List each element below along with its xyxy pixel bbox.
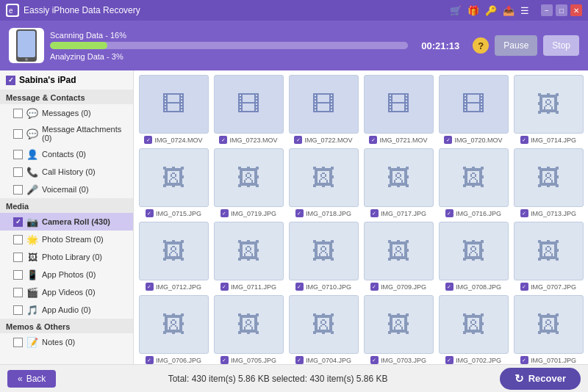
thumbnail-item[interactable]: 🎞✓IMG_0721.MOV	[363, 75, 434, 144]
thumbnail-item[interactable]: 🎞✓IMG_0720.MOV	[438, 75, 509, 144]
thumbnail-item[interactable]: 🖼✓IMG_0719.JPG	[213, 148, 284, 217]
image-icon: 🖼	[237, 238, 260, 265]
gift-icon[interactable]: 🎁	[467, 5, 479, 16]
thumbnail-checkbox[interactable]: ✓	[520, 356, 528, 364]
thumbnail-item[interactable]: 🖼✓IMG_0711.JPG	[213, 222, 284, 291]
thumbnail-checkbox[interactable]: ✓	[295, 209, 304, 217]
thumbnail-item[interactable]: 🖼✓IMG_0707.JPG	[513, 222, 584, 291]
thumbnail-item[interactable]: 🎞✓IMG_0723.MOV	[213, 75, 284, 144]
sidebar-item[interactable]: 💬Messages (0)	[0, 104, 133, 122]
thumbnail-checkbox[interactable]: ✓	[146, 283, 154, 291]
thumbnail-checkbox[interactable]: ✓	[370, 283, 379, 291]
thumbnail-item[interactable]: 🖼✓IMG_0716.JPG	[438, 148, 509, 217]
menu-icon[interactable]: ☰	[520, 5, 529, 16]
thumbnail-label-row: ✓IMG_0702.JPG	[445, 356, 501, 364]
sidebar-item[interactable]: 🎵App Audio (0)	[0, 301, 133, 319]
thumbnail-label-row: ✓IMG_0713.JPG	[520, 209, 576, 217]
thumbnail-checkbox[interactable]: ✓	[445, 209, 453, 217]
sidebar-checkbox[interactable]	[13, 150, 23, 159]
sidebar-item[interactable]: 🖼Photo Library (0)	[0, 248, 133, 266]
thumbnail-checkbox[interactable]: ✓	[295, 283, 304, 291]
thumbnail-item[interactable]: 🖼✓IMG_0712.JPG	[138, 222, 209, 291]
thumbnail-item[interactable]: 🖼✓IMG_0714.JPG	[513, 75, 584, 144]
recover-button[interactable]: ↻ Recover	[500, 368, 581, 390]
pause-button[interactable]: Pause	[495, 35, 537, 56]
sidebar-item-label: Voicemail (0)	[42, 185, 89, 194]
share-icon[interactable]: 📤	[503, 5, 514, 16]
sidebar-item[interactable]: 👤Contacts (0)	[0, 145, 133, 163]
stop-button[interactable]: Stop	[543, 35, 579, 56]
image-icon: 🖼	[537, 164, 560, 192]
close-button[interactable]: ✕	[570, 4, 582, 16]
thumbnail-item[interactable]: 🖼✓IMG_0701.JPG	[513, 295, 584, 364]
sidebar-checkbox[interactable]	[13, 253, 23, 262]
thumbnail-label-row: ✓IMG_0716.JPG	[445, 209, 501, 217]
thumbnail-checkbox[interactable]: ✓	[445, 283, 453, 291]
thumbnail-checkbox[interactable]: ✓	[220, 356, 229, 364]
sidebar-checkbox[interactable]: ✓	[13, 217, 23, 227]
thumbnail-item[interactable]: 🖼✓IMG_0710.JPG	[288, 222, 359, 291]
thumbnail-checkbox[interactable]: ✓	[520, 209, 528, 217]
thumbnail-checkbox[interactable]: ✓	[295, 356, 304, 364]
thumbnail-item[interactable]: 🖼✓IMG_0708.JPG	[438, 222, 509, 291]
image-icon: 🖼	[462, 164, 485, 192]
sidebar-item[interactable]: ✓📷Camera Roll (430)	[0, 213, 133, 231]
sidebar-item[interactable]: 🎬App Videos (0)	[0, 283, 133, 301]
thumbnail-item[interactable]: 🖼✓IMG_0706.JPG	[138, 295, 209, 364]
thumbnail-box: 🖼	[364, 295, 434, 354]
key-icon[interactable]: 🔑	[485, 5, 497, 16]
thumbnail-item[interactable]: 🖼✓IMG_0703.JPG	[363, 295, 434, 364]
device-item[interactable]: ✓ Sabina's iPad	[0, 70, 133, 90]
thumbnail-item[interactable]: 🖼✓IMG_0717.JPG	[363, 148, 434, 217]
sidebar-item[interactable]: 📝Notes (0)	[0, 333, 133, 351]
sidebar-checkbox[interactable]	[13, 305, 23, 315]
sidebar-checkbox[interactable]	[13, 185, 23, 195]
sidebar-checkbox[interactable]	[13, 129, 23, 139]
sidebar-item[interactable]: 📱App Photos (0)	[0, 266, 133, 283]
thumbnail-checkbox[interactable]: ✓	[445, 356, 453, 364]
thumbnail-item[interactable]: 🖼✓IMG_0702.JPG	[438, 295, 509, 364]
sidebar-checkbox[interactable]	[13, 338, 23, 347]
thumbnail-checkbox[interactable]: ✓	[146, 209, 154, 217]
thumbnail-checkbox[interactable]: ✓	[144, 136, 152, 144]
thumbnail-checkbox[interactable]: ✓	[520, 283, 528, 291]
window-icons: 🛒 🎁 🔑 📤 ☰	[450, 5, 529, 16]
thumbnail-checkbox[interactable]: ✓	[220, 209, 229, 217]
back-button[interactable]: « Back	[7, 370, 56, 388]
thumbnail-checkbox[interactable]: ✓	[220, 283, 229, 291]
minimize-button[interactable]: −	[541, 4, 553, 16]
device-checkbox[interactable]: ✓	[6, 76, 15, 85]
thumbnail-item[interactable]: 🖼✓IMG_0705.JPG	[213, 295, 284, 364]
thumbnail-checkbox[interactable]: ✓	[370, 356, 379, 364]
sidebar-item[interactable]: 🎤Voicemail (0)	[0, 181, 133, 198]
thumbnail-filename: IMG_0711.JPG	[231, 283, 276, 291]
cart-icon[interactable]: 🛒	[450, 5, 462, 16]
thumbnail-box: 🎞	[439, 75, 509, 134]
thumbnail-item[interactable]: 🎞✓IMG_0722.MOV	[288, 75, 359, 144]
sidebar-checkbox[interactable]	[13, 235, 23, 244]
thumbnail-item[interactable]: 🖼✓IMG_0713.JPG	[513, 148, 584, 217]
thumbnail-checkbox[interactable]: ✓	[444, 136, 452, 144]
sidebar-item-label: Messages (0)	[42, 109, 91, 117]
thumbnail-checkbox[interactable]: ✓	[370, 209, 379, 217]
thumbnail-checkbox[interactable]: ✓	[219, 136, 227, 144]
sidebar-checkbox[interactable]	[13, 109, 23, 118]
thumbnail-item[interactable]: 🖼✓IMG_0704.JPG	[288, 295, 359, 364]
sidebar-checkbox[interactable]	[13, 167, 23, 177]
thumbnail-label-row: ✓IMG_0714.JPG	[520, 136, 576, 144]
thumbnail-item[interactable]: 🖼✓IMG_0718.JPG	[288, 148, 359, 217]
thumbnail-item[interactable]: 🖼✓IMG_0709.JPG	[363, 222, 434, 291]
thumbnail-checkbox[interactable]: ✓	[294, 136, 302, 144]
help-button[interactable]: ?	[473, 37, 489, 54]
thumbnail-checkbox[interactable]: ✓	[520, 136, 528, 144]
sidebar-item[interactable]: 🌟Photo Stream (0)	[0, 231, 133, 248]
sidebar-item[interactable]: 📞Call History (0)	[0, 163, 133, 181]
sidebar-checkbox[interactable]	[13, 288, 23, 297]
thumbnail-checkbox[interactable]: ✓	[369, 136, 377, 144]
sidebar-item[interactable]: 💬Message Attachments (0)	[0, 122, 133, 145]
thumbnail-item[interactable]: 🎞✓IMG_0724.MOV	[138, 75, 209, 144]
maximize-button[interactable]: □	[556, 4, 567, 16]
thumbnail-item[interactable]: 🖼✓IMG_0715.JPG	[138, 148, 209, 217]
thumbnail-checkbox[interactable]: ✓	[146, 356, 154, 364]
sidebar-checkbox[interactable]	[13, 270, 23, 280]
